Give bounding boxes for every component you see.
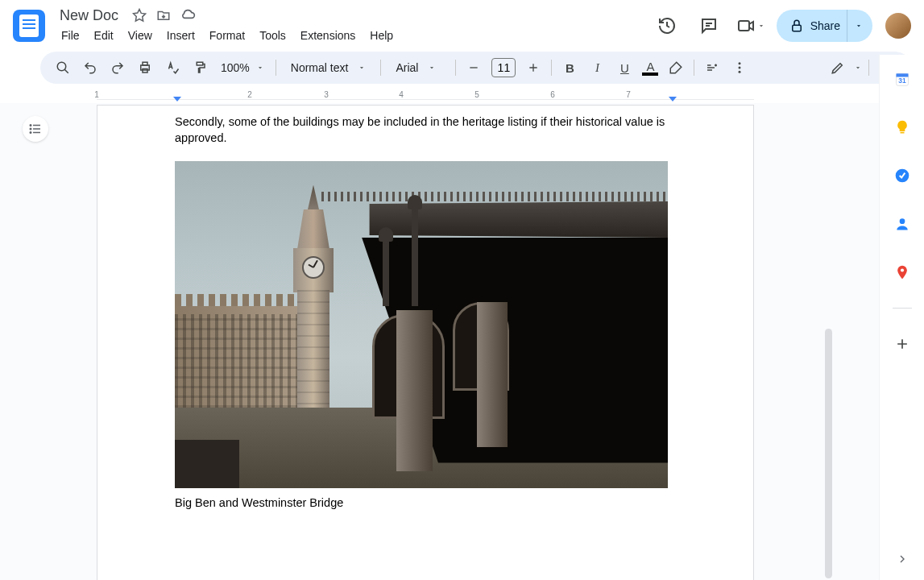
comments-icon[interactable] bbox=[693, 10, 725, 42]
menu-tools[interactable]: Tools bbox=[253, 27, 292, 47]
increase-font-size-button[interactable] bbox=[520, 56, 546, 80]
menu-format[interactable]: Format bbox=[203, 27, 251, 47]
contacts-app-icon[interactable] bbox=[886, 208, 918, 240]
maps-app-icon[interactable] bbox=[886, 256, 918, 288]
svg-point-18 bbox=[900, 268, 903, 271]
account-avatar[interactable] bbox=[885, 13, 911, 39]
share-label: Share bbox=[810, 19, 840, 32]
svg-point-7 bbox=[739, 67, 741, 69]
meet-button[interactable] bbox=[735, 10, 767, 42]
svg-point-9 bbox=[30, 125, 31, 126]
menu-insert[interactable]: Insert bbox=[160, 27, 201, 47]
menu-view[interactable]: View bbox=[122, 27, 159, 47]
calendar-app-icon[interactable]: 31 bbox=[886, 63, 918, 95]
highlight-button[interactable] bbox=[663, 56, 689, 80]
add-app-icon[interactable] bbox=[886, 328, 918, 360]
document-title[interactable]: New Doc bbox=[55, 6, 123, 26]
cloud-status-icon[interactable] bbox=[180, 7, 196, 23]
print-icon[interactable] bbox=[132, 56, 158, 80]
lock-icon bbox=[789, 19, 804, 33]
ruler-mark: 5 bbox=[474, 90, 479, 99]
svg-point-10 bbox=[30, 128, 31, 130]
vertical-scrollbar-thumb[interactable] bbox=[825, 329, 832, 578]
menu-edit[interactable]: Edit bbox=[88, 27, 120, 47]
svg-text:31: 31 bbox=[898, 77, 906, 85]
right-indent-marker[interactable] bbox=[669, 97, 677, 102]
star-icon[interactable] bbox=[131, 7, 147, 23]
ruler-mark: 6 bbox=[550, 90, 555, 99]
chevron-down-icon bbox=[256, 64, 264, 72]
italic-button[interactable]: I bbox=[584, 56, 610, 80]
left-indent-marker[interactable] bbox=[173, 97, 181, 102]
side-panel: 31 bbox=[879, 55, 924, 580]
image-caption[interactable]: Big Ben and Westminster Bridge bbox=[175, 496, 676, 509]
spellcheck-icon[interactable] bbox=[160, 56, 185, 80]
svg-point-11 bbox=[30, 132, 31, 134]
ruler-mark: 2 bbox=[247, 90, 252, 99]
keep-app-icon[interactable] bbox=[886, 111, 918, 143]
chevron-down-icon bbox=[358, 64, 366, 72]
insert-link-button[interactable] bbox=[699, 56, 725, 80]
show-outline-button[interactable] bbox=[23, 116, 48, 142]
share-dropdown[interactable] bbox=[847, 10, 869, 42]
ruler-mark: 4 bbox=[399, 90, 404, 99]
ruler-mark: 1 bbox=[94, 90, 99, 99]
document-image[interactable] bbox=[175, 161, 668, 488]
ruler-mark: 7 bbox=[626, 90, 631, 99]
menu-extensions[interactable]: Extensions bbox=[294, 27, 362, 47]
paragraph-text[interactable]: Secondly, some of the buildings may be i… bbox=[175, 114, 676, 147]
svg-rect-0 bbox=[739, 21, 749, 31]
redo-icon[interactable] bbox=[105, 56, 131, 80]
svg-rect-15 bbox=[900, 132, 904, 134]
chevron-down-icon[interactable] bbox=[854, 64, 862, 72]
menu-help[interactable]: Help bbox=[363, 27, 400, 47]
menu-bar: File Edit View Insert Format Tools Exten… bbox=[55, 27, 400, 47]
tasks-app-icon[interactable] bbox=[886, 160, 918, 192]
ruler-mark: 3 bbox=[324, 90, 329, 99]
document-page[interactable]: Secondly, some of the buildings may be i… bbox=[97, 105, 754, 580]
decrease-font-size-button[interactable] bbox=[461, 56, 487, 80]
paint-format-icon[interactable] bbox=[187, 56, 213, 80]
move-icon[interactable] bbox=[155, 7, 172, 23]
horizontal-ruler[interactable]: 1 2 3 4 5 6 7 bbox=[0, 89, 924, 105]
svg-rect-4 bbox=[143, 62, 147, 65]
paragraph-style-select[interactable]: Normal text bbox=[281, 61, 376, 74]
svg-point-8 bbox=[739, 71, 741, 73]
underline-button[interactable]: U bbox=[611, 56, 637, 80]
font-select[interactable]: Arial bbox=[386, 61, 450, 74]
search-menus-icon[interactable] bbox=[50, 56, 76, 80]
svg-point-17 bbox=[899, 218, 905, 224]
toolbar: 100% Normal text Arial B I U A bbox=[40, 52, 911, 84]
editing-mode-button[interactable] bbox=[825, 56, 851, 80]
menu-file[interactable]: File bbox=[55, 27, 86, 47]
svg-point-2 bbox=[57, 62, 66, 71]
chevron-down-icon bbox=[428, 64, 436, 72]
svg-point-6 bbox=[739, 62, 741, 64]
more-toolbar-icon[interactable] bbox=[727, 56, 752, 80]
share-button[interactable]: Share bbox=[777, 10, 872, 42]
hide-sidepanel-icon[interactable] bbox=[889, 546, 915, 572]
font-size-input[interactable] bbox=[491, 58, 516, 77]
svg-rect-1 bbox=[792, 25, 801, 31]
text-color-button[interactable]: A bbox=[639, 56, 661, 80]
zoom-select[interactable]: 100% bbox=[214, 61, 271, 74]
bold-button[interactable]: B bbox=[557, 56, 582, 80]
docs-home-icon[interactable] bbox=[13, 10, 45, 42]
history-icon[interactable] bbox=[651, 10, 683, 42]
undo-icon[interactable] bbox=[77, 56, 103, 80]
